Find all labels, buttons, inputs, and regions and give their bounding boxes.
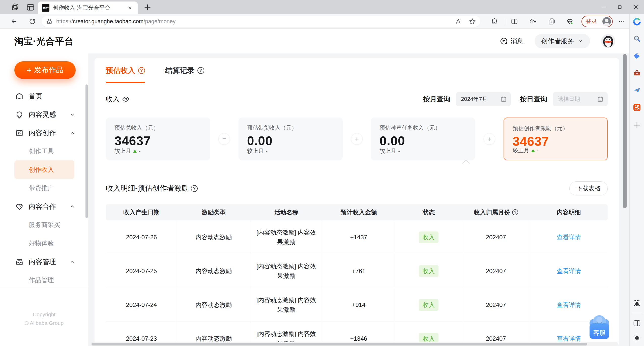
sidebar-item-creation[interactable]: 内容创作 <box>0 124 88 142</box>
plus-operator: + <box>484 133 495 145</box>
card-value: 34637 <box>114 134 201 148</box>
collections-icon[interactable] <box>548 18 555 25</box>
cell-activity: [内容动态激励] 内容效果激励 <box>250 254 322 288</box>
maximize-window-icon[interactable] <box>612 0 628 14</box>
cell-date: 2024-07-26 <box>106 220 177 254</box>
card-value: 0.00 <box>379 134 466 148</box>
screenshot-icon[interactable] <box>633 299 641 307</box>
extensions-icon[interactable] <box>491 18 498 25</box>
back-icon[interactable] <box>11 18 18 25</box>
cell-type: 内容动态激励 <box>177 220 251 254</box>
inbox-icon <box>15 257 24 266</box>
calendar-icon <box>500 96 507 102</box>
favorite-star-icon[interactable] <box>469 18 476 25</box>
login-button[interactable]: 登录 <box>581 16 613 27</box>
sidebar-scrollbar[interactable] <box>85 84 88 218</box>
sidebar-item-cooperation[interactable]: 内容合作 <box>0 197 88 216</box>
minimize-window-icon[interactable] <box>596 0 612 14</box>
view-details-link[interactable]: 查看详情 <box>557 233 581 241</box>
page-vertical-scrollbar[interactable] <box>623 54 627 208</box>
split-screen-icon[interactable] <box>511 18 518 25</box>
table-body: 2024-07-26 内容动态激励 [内容动态激励] 内容效果激励 +1437 … <box>106 220 608 346</box>
user-avatar[interactable] <box>601 34 615 48</box>
split-panel-icon[interactable] <box>633 319 641 327</box>
tab-estimated-income[interactable]: 预估收入 <box>106 58 145 83</box>
sidebar-menu: 首页 内容灵感 内容创作 创作工具 创作收入 带货推广 <box>0 87 88 289</box>
sidebar-item-product-trial[interactable]: 好物体验 <box>0 234 88 252</box>
toolbox-icon[interactable] <box>633 69 641 77</box>
workspaces-icon[interactable] <box>11 3 20 12</box>
app-sidebar: 发布作品 首页 内容灵感 内容创作 创作工具 创作收入 <box>0 53 88 346</box>
sidebar-item-management[interactable]: 内容管理 <box>0 252 88 271</box>
card-label: 预估创作者激励（元） <box>513 125 599 132</box>
address-bar[interactable]: https://creator.guanghe.taobao.com/page/… <box>42 16 480 27</box>
sidebar-item-inspiration[interactable]: 内容灵感 <box>0 105 88 124</box>
help-icon[interactable] <box>197 67 204 74</box>
view-details-link[interactable]: 查看详情 <box>557 335 581 343</box>
header-date: 收入产生日期 <box>106 208 177 216</box>
tab-settlement-records[interactable]: 结算记录 <box>165 58 204 83</box>
settings-icon[interactable] <box>633 334 641 342</box>
card-total-income[interactable]: 预估总收入（元） 34637 较上月- <box>106 118 210 160</box>
month-picker-value: 2024年7月 <box>461 95 487 103</box>
sidebar-item-creation-tools[interactable]: 创作工具 <box>0 142 88 160</box>
tabs-row: 预估收入 结算记录 <box>106 58 608 83</box>
sidebar-item-service-purchase[interactable]: 服务商采买 <box>0 216 88 234</box>
date-picker[interactable]: 选择日期 <box>553 92 608 106</box>
close-window-icon[interactable] <box>628 0 644 14</box>
customer-service-button[interactable]: 客服 <box>589 314 610 339</box>
site-logo: 淘宝·光合平台 <box>14 35 74 48</box>
download-table-button[interactable]: 下载表格 <box>569 181 608 195</box>
eye-icon[interactable] <box>122 95 130 103</box>
send-icon[interactable] <box>633 86 641 94</box>
cell-action: 查看详情 <box>530 254 608 288</box>
messages-button[interactable]: 消息 <box>500 37 523 46</box>
copilot-icon[interactable] <box>633 18 641 26</box>
help-icon[interactable] <box>512 209 518 215</box>
cell-month: 202407 <box>462 288 530 322</box>
sidebar-item-label: 内容创作 <box>29 128 56 137</box>
browser-tab[interactable]: 光合 创作收入-淘宝光合平台 <box>38 2 138 14</box>
table-row: 2024-07-24 内容动态激励 [内容动态激励] 内容效果激励 +914 收… <box>106 288 608 322</box>
new-tab-icon[interactable] <box>143 3 152 12</box>
search-icon[interactable] <box>633 35 641 43</box>
creator-services-menu[interactable]: 创作者服务 <box>535 34 590 48</box>
card-task-income[interactable]: 预估种草任务收入（元） 0.00 较上月- <box>371 118 475 160</box>
tab-actions-icon[interactable] <box>26 3 35 12</box>
header-type: 激励类型 <box>177 208 251 216</box>
card-sales-income[interactable]: 预估带货收入（元） 0.00 较上月- <box>239 118 343 160</box>
favorites-list-icon[interactable] <box>530 18 537 25</box>
shopping-icon[interactable] <box>633 52 641 60</box>
publish-button[interactable]: 发布作品 <box>14 61 76 79</box>
page-horizontal-scrollbar[interactable] <box>91 342 618 346</box>
sidebar-item-label: 服务商采买 <box>29 221 60 229</box>
add-sidebar-icon[interactable] <box>633 121 641 129</box>
header-activity: 活动名称 <box>250 208 322 216</box>
view-details-link[interactable]: 查看详情 <box>557 267 581 275</box>
view-details-link[interactable]: 查看详情 <box>557 301 581 309</box>
detail-header-row: 收入明细-预估创作者激励 下载表格 <box>106 181 608 196</box>
sidebar-item-label: 好物体验 <box>29 239 54 247</box>
messages-label: 消息 <box>510 37 523 46</box>
browser-essentials-icon[interactable] <box>566 18 573 25</box>
url-text: https://creator.guanghe.taobao.com/page/… <box>56 18 449 25</box>
close-tab-icon[interactable] <box>126 4 134 12</box>
card-creator-incentive[interactable]: 预估创作者激励（元） 34637 较上月- <box>504 118 608 160</box>
help-icon[interactable] <box>138 67 145 74</box>
refresh-icon[interactable] <box>29 18 36 25</box>
sidebar-item-label: 内容灵感 <box>29 110 56 119</box>
sidebar-item-promotion[interactable]: 带货推广 <box>0 179 88 197</box>
help-icon[interactable] <box>191 185 198 192</box>
sidebar-item-creation-income[interactable]: 创作收入 <box>14 160 74 179</box>
header-detail: 内容明细 <box>530 208 608 216</box>
sidebar-item-home[interactable]: 首页 <box>0 87 88 105</box>
kuaishou-icon[interactable] <box>633 103 641 111</box>
more-options-icon[interactable] <box>618 18 625 25</box>
equals-operator: = <box>218 133 230 145</box>
read-aloud-icon[interactable] <box>455 18 462 25</box>
edge-sidebar <box>629 14 644 346</box>
home-icon <box>15 92 24 100</box>
month-picker[interactable]: 2024年7月 <box>456 92 511 106</box>
header-amount: 预计收入金额 <box>322 208 396 216</box>
cell-amount: +1437 <box>322 220 396 254</box>
